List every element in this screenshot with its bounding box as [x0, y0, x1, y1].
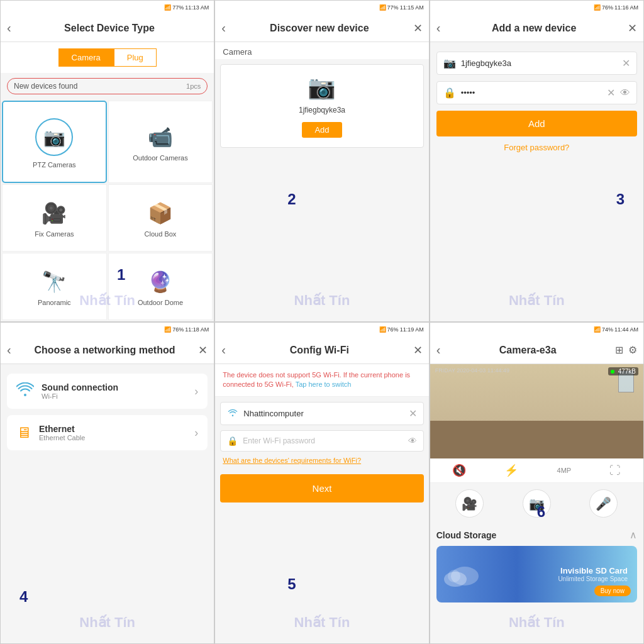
- status-icons-3: 📶 76% 11:16 AM: [594, 4, 638, 11]
- device-name: 1jfiegbqyke3a: [299, 106, 345, 114]
- outdoor-dome-label: Outdoor Dome: [138, 299, 183, 306]
- cloud-box-item[interactable]: 📦 Cloud Box: [108, 184, 213, 252]
- top-bar-3: ‹ Add a new device ✕: [430, 14, 643, 42]
- signal-icon-2: 📶: [379, 4, 386, 11]
- settings-icon[interactable]: ⚙: [628, 344, 637, 356]
- add-device-button[interactable]: Add: [302, 122, 341, 138]
- back-button-2[interactable]: ‹: [221, 21, 226, 35]
- password-value[interactable]: •••••: [461, 88, 602, 97]
- time-3: 11:16 AM: [614, 4, 638, 11]
- status-bar-5: 📶 76% 11:19 AM: [215, 323, 428, 336]
- next-button[interactable]: Next: [220, 474, 423, 502]
- add-new-device-button[interactable]: Add: [436, 111, 637, 136]
- wifi-eye-icon[interactable]: 👁: [408, 436, 417, 446]
- wifi-requirements-link[interactable]: What are the devices' requirements for W…: [215, 452, 428, 469]
- fix-camera-icon: 🎥: [42, 201, 67, 225]
- watermark-5: Nhất Tín: [294, 614, 350, 631]
- step-4-number: 4: [19, 588, 28, 606]
- wifi-option-title: Sound connection: [42, 382, 187, 392]
- cloud-box-label: Cloud Box: [145, 230, 177, 238]
- ethernet-option-title: Ethernet: [39, 424, 187, 434]
- forget-password-link[interactable]: Forget password?: [436, 143, 637, 152]
- cloud-chevron-icon[interactable]: ∧: [630, 529, 637, 541]
- buy-now-button[interactable]: Buy now: [594, 586, 631, 596]
- status-bar-1: 📶 77% 11:13 AM: [1, 1, 214, 14]
- battery-6: 74%: [602, 326, 613, 333]
- battery-icon-1: 77%: [172, 4, 184, 11]
- back-button-6[interactable]: ‹: [436, 343, 441, 357]
- top-bar-5: ‹ Config Wi-Fi ✕: [215, 336, 428, 364]
- screen4-title: Choose a networking method: [11, 345, 199, 356]
- wifi-lock-icon: 🔒: [227, 436, 238, 446]
- screen-networking: 📶 76% 11:18 AM ‹ Choose a networking met…: [0, 322, 214, 644]
- close-button-2[interactable]: ✕: [413, 21, 423, 35]
- top-bar-4: ‹ Choose a networking method ✕: [1, 336, 214, 364]
- outdoor-cameras-item[interactable]: 📹 Outdoor Cameras: [108, 101, 213, 183]
- camera-preview: FRIDAY 2020-04-03 11:44:49 477kB: [430, 364, 643, 458]
- outdoor-dome-icon: 🔮: [148, 270, 173, 294]
- back-button-3[interactable]: ‹: [436, 21, 441, 35]
- device-id-clear-icon[interactable]: ✕: [622, 57, 630, 69]
- fix-cameras-item[interactable]: 🎥 Fix Cameras: [2, 184, 107, 252]
- password-eye-icon[interactable]: 👁: [620, 87, 630, 99]
- step-6-number: 6: [537, 503, 545, 521]
- cloud-banner-text: Invisible SD Card Unlimited Storage Spac…: [558, 566, 628, 582]
- battery-2: 77%: [387, 4, 399, 11]
- wifi-password-placeholder[interactable]: Enter Wi-Fi password: [243, 436, 402, 445]
- ethernet-option-sub: Ethernet Cable: [39, 434, 187, 441]
- screen-discover: 📶 77% 11:15 AM ‹ Discover new device ✕ C…: [214, 0, 429, 322]
- wifi-row-icon: [227, 408, 238, 419]
- back-button-1[interactable]: ‹: [7, 21, 11, 35]
- add-device-form: 📷 1jfiegbqyke3a ✕ 🔒 ••••• ✕ 👁 Add Forget…: [430, 42, 643, 321]
- close-button-4[interactable]: ✕: [198, 343, 208, 357]
- back-button-5[interactable]: ‹: [221, 343, 226, 357]
- panoramic-item[interactable]: 🔭 Panoramic: [2, 253, 107, 320]
- device-id-value: 1jfiegbqyke3a: [461, 58, 617, 68]
- back-button-4[interactable]: ‹: [7, 343, 11, 357]
- tab-camera[interactable]: Camera: [58, 48, 114, 67]
- cloud-storage-title: Cloud Storage: [436, 530, 497, 540]
- cloud-storage-banner[interactable]: Invisible SD Card Unlimited Storage Spac…: [436, 546, 637, 602]
- close-button-5[interactable]: ✕: [413, 343, 423, 357]
- wifi-option[interactable]: Sound connection Wi-Fi ›: [7, 374, 208, 409]
- password-row: 🔒 ••••• ✕ 👁: [436, 81, 637, 104]
- fullscreen-icon[interactable]: ⛶: [609, 464, 621, 477]
- ptz-cameras-item[interactable]: 📷 PTZ Cameras: [2, 101, 107, 183]
- password-clear-icon[interactable]: ✕: [607, 87, 615, 99]
- tab-plug[interactable]: Plug: [114, 48, 157, 67]
- new-devices-banner: New devices found 1pcs: [7, 78, 208, 94]
- camera-feed: [430, 364, 643, 458]
- screen5-title: Config Wi-Fi: [226, 345, 413, 356]
- room-floor: [430, 421, 643, 458]
- video-call-button[interactable]: 🎥: [455, 489, 484, 518]
- signal-icon-1: 📶: [164, 4, 171, 11]
- device-camera-icon: 📷: [308, 74, 336, 101]
- wifi-password-row[interactable]: 🔒 Enter Wi-Fi password 👁: [220, 430, 423, 452]
- share-icon[interactable]: ⊞: [615, 344, 623, 356]
- outdoor-dome-item[interactable]: 🔮 Outdoor Dome: [108, 253, 213, 320]
- camera-type-grid: 📷 PTZ Cameras 📹 Outdoor Cameras 🎥 Fix Ca…: [1, 99, 214, 321]
- step-5-number: 5: [287, 575, 296, 593]
- close-button-3[interactable]: ✕: [628, 21, 637, 35]
- sliders-icon[interactable]: ⚡: [504, 464, 518, 477]
- camera-plug-tabs: Camera Plug: [1, 42, 214, 73]
- watermark-6: Nhất Tín: [509, 614, 565, 631]
- signal-icon-4: 📶: [164, 326, 171, 333]
- time-2: 11:15 AM: [400, 4, 424, 11]
- wifi-chevron-icon: ›: [194, 385, 198, 398]
- microphone-button[interactable]: 🎤: [589, 489, 618, 518]
- outdoor-label: Outdoor Cameras: [133, 154, 187, 162]
- ethernet-option[interactable]: 🖥 Ethernet Ethernet Cable ›: [7, 415, 208, 450]
- tap-switch-link[interactable]: Tap here to switch: [296, 380, 352, 388]
- resolution-label: 4MP: [557, 467, 572, 474]
- camera-form-icon: 📷: [443, 57, 456, 69]
- cloud-storage-section: Cloud Storage ∧ Invisible SD Card Unlimi…: [430, 524, 643, 608]
- wifi-clear-icon[interactable]: ✕: [409, 408, 417, 419]
- status-icons-2: 📶 77% 11:15 AM: [379, 4, 424, 11]
- mute-icon[interactable]: 🔇: [452, 464, 466, 477]
- camera-kbps: 477kB: [608, 367, 638, 375]
- battery-5: 76%: [387, 326, 399, 333]
- ethernet-option-text: Ethernet Ethernet Cable: [39, 424, 187, 441]
- screen3-title: Add a new device: [440, 23, 628, 34]
- ptz-label: PTZ Cameras: [33, 161, 75, 169]
